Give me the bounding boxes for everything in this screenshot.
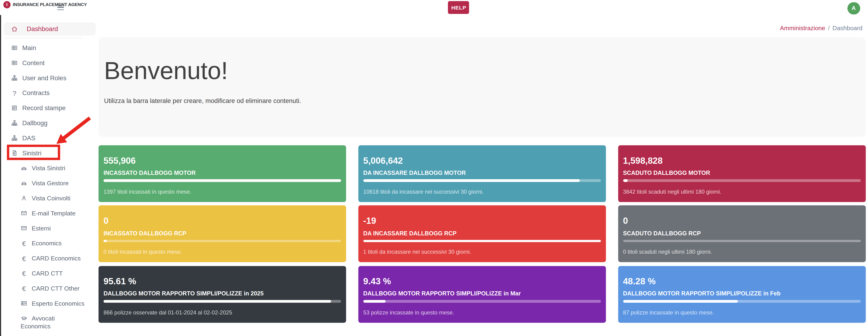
brand[interactable]: I INSURANCE PLACEMENT AGENCY [3, 1, 87, 8]
sidebar-item-label: Esperto Economics [32, 300, 84, 306]
sidebar-item-esperto-economics[interactable]: Esperto Economics [1, 296, 98, 310]
progress-track [623, 179, 861, 182]
sidebar-item-label: Contracts [22, 89, 50, 96]
progress-track [103, 179, 341, 182]
progress-track [363, 300, 601, 303]
id-card-icon [21, 300, 27, 306]
car-icon [21, 180, 27, 186]
sidebar-item-record-stampe[interactable]: Record stampe [1, 100, 98, 115]
info-box-value: 1,598,828 [623, 156, 861, 165]
breadcrumb-section[interactable]: Amministrazione [780, 25, 825, 31]
sidebar-item-user-and-roles[interactable]: User and Roles [1, 70, 98, 85]
sidebar-item-economics[interactable]: €Economics [1, 235, 98, 250]
sidebar-item-label: Vista Sinistri [32, 164, 65, 171]
help-button[interactable]: HELP [448, 1, 469, 14]
info-box-value: 0 [103, 217, 341, 225]
sidebar-item-dallbogg[interactable]: Dallbogg [1, 115, 98, 130]
info-box-value: -19 [363, 217, 601, 225]
info-box-grid: 555,906INCASSATO DALLBOGG MOTOR1397 tito… [98, 145, 866, 323]
breadcrumb-current: Dashboard [833, 25, 862, 31]
info-box-description: 866 polizze osservate dal 01-01-2024 al … [103, 309, 341, 316]
envelope-icon [21, 224, 27, 231]
progress-bar [363, 240, 601, 242]
euro-icon: € [21, 285, 27, 292]
info-box-label: DALLBOGG MOTOR RAPPORTO SIMPLI/POLIZZE i… [623, 290, 861, 297]
info-box: 0SCADUTO DALLBOGG RCP0 titoli scaduti ne… [618, 206, 866, 262]
app-window: I INSURANCE PLACEMENT AGENCY HELP A Dash… [0, 0, 868, 336]
sidebar-item-card-ctt-other[interactable]: €CARD CTT Other [1, 281, 98, 296]
info-box: 555,906INCASSATO DALLBOGG MOTOR1397 tito… [98, 145, 346, 202]
info-box-description: 53 polizze incassate in questo mese. [363, 309, 601, 316]
info-box-value: 5,006,642 [363, 156, 601, 165]
sidebar-item-card-ctt[interactable]: €CARD CTT [1, 266, 98, 281]
sidebar-item-avvocati-economics[interactable]: Avvocati Economics [1, 310, 98, 333]
sidebar-item-label: CARD CTT [32, 270, 63, 276]
sidebar-item-vista-coinvolti[interactable]: Vista Coinvolti [1, 190, 98, 206]
info-box-description: 10618 titoli da incassare nei successivi… [363, 188, 601, 195]
info-box-label: DA INCASSARE DALLBOGG RCP [363, 230, 601, 237]
info-box-label: DA INCASSARE DALLBOGG MOTOR [363, 169, 601, 177]
progress-bar [623, 300, 738, 303]
euro-icon: € [21, 240, 27, 247]
sidebar-item-label: CARD Economics [32, 254, 81, 261]
progress-bar [623, 179, 628, 182]
sidebar-item-label: Dashboard [27, 26, 58, 32]
graduation-cap-icon [21, 315, 27, 322]
info-box-label: SCADUTO DALLBOGG RCP [623, 230, 861, 237]
newspaper-icon [11, 59, 18, 66]
sidebar-item-e-mail-template[interactable]: E-mail Template [1, 206, 98, 220]
progress-track [623, 300, 861, 303]
envelope-icon [21, 210, 27, 216]
sidebar-item-esterni[interactable]: Esterni [1, 220, 98, 235]
sidebar-item-das[interactable]: DAS [1, 130, 98, 145]
sidebar-item-label: Sinistri [22, 149, 41, 156]
sidebar-item-label: Vista Coinvolti [32, 194, 70, 201]
sidebar-item-label: Esterni [32, 224, 51, 231]
sitemap-icon [11, 119, 18, 126]
info-box-value: 48.28 % [623, 277, 861, 286]
sidebar-item-card-economics[interactable]: €CARD Economics [1, 250, 98, 266]
brand-name: INSURANCE PLACEMENT AGENCY [13, 2, 87, 7]
sidebar-item-dashboard[interactable]: Dashboard [4, 22, 96, 36]
progress-bar [363, 179, 580, 182]
progress-track [103, 240, 341, 242]
info-box-label: INCASSATO DALLBOGG MOTOR [103, 169, 341, 177]
home-icon [11, 26, 18, 32]
sidebar-item-label: Vista Gestore [32, 180, 69, 186]
sidebar-item-contracts[interactable]: ?Contracts [1, 85, 98, 100]
info-box-value: 95.61 % [103, 277, 341, 286]
progress-bar [363, 300, 386, 303]
info-box-description: 1397 titoli incassati in questo mese. [103, 188, 341, 195]
sidebar-item-label: Dallbogg [22, 119, 48, 126]
welcome-subtitle: Utilizza la barra laterale per creare, m… [104, 97, 866, 104]
sidebar-item-label: Record stampe [22, 104, 66, 111]
info-box-value: 9.43 % [363, 277, 601, 286]
sidebar-item-label: E-mail Template [32, 210, 75, 216]
sidebar-item-vista-gestore[interactable]: Vista Gestore [1, 175, 98, 190]
info-box: 95.61 %DALLBOGG MOTOR RAPPORTO SIMPLI/PO… [98, 266, 346, 323]
sitemap-icon [11, 134, 18, 141]
sitemap-icon [11, 74, 18, 81]
sidebar: Dashboard MainContentUser and Roles?Cont… [1, 15, 98, 333]
progress-track [103, 300, 341, 303]
progress-bar [103, 300, 331, 303]
info-box-description: 0 titoli scaduti negli ultimi 180 giorni… [623, 249, 861, 255]
welcome-panel: Benvenuto! Utilizza la barra laterale pe… [98, 37, 866, 137]
sidebar-item-sinistri[interactable]: Sinistri [1, 145, 98, 160]
progress-track [623, 240, 861, 242]
sidebar-item-vista-sinistri[interactable]: Vista Sinistri [1, 160, 98, 175]
newspaper-icon [11, 44, 18, 51]
sidebar-menu: MainContentUser and Roles?ContractsRecor… [1, 38, 98, 333]
sidebar-item-content[interactable]: Content [1, 55, 98, 70]
sidebar-item-main[interactable]: Main [1, 40, 98, 55]
avatar[interactable]: A [847, 2, 860, 14]
progress-track [363, 179, 601, 182]
brand-logo-icon: I [3, 1, 10, 8]
file-icon [11, 149, 18, 156]
info-box: 0INCASSATO DALLBOGG RCP0 titoli incassat… [98, 206, 346, 262]
main-content: Amministrazione/Dashboard Benvenuto! Uti… [98, 15, 866, 323]
hamburger-menu-icon[interactable] [57, 4, 64, 11]
info-box-description: 1 titoli da incassare nei successivi 30 … [363, 249, 601, 255]
info-box-label: INCASSATO DALLBOGG RCP [103, 230, 341, 237]
info-box-value: 555,906 [103, 156, 341, 165]
